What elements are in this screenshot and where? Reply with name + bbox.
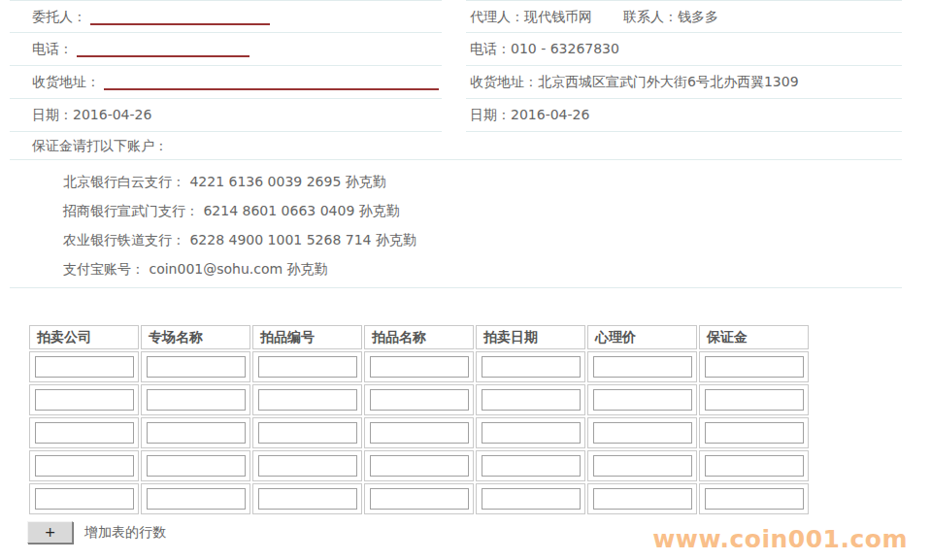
table-cell-input[interactable] <box>35 356 134 378</box>
header-auction-company: 拍卖公司 <box>29 325 139 349</box>
table-cell-input[interactable] <box>705 422 804 444</box>
table-cell <box>252 384 362 415</box>
lot-table-body <box>29 351 809 514</box>
table-cell <box>364 351 474 382</box>
header-session-name: 专场名称 <box>141 325 250 349</box>
agent-phone-cell: 电话：010 - 63267830 <box>466 33 902 66</box>
table-cell <box>141 483 250 514</box>
add-row-button[interactable]: + <box>27 521 73 544</box>
table-cell-input[interactable] <box>705 455 804 477</box>
table-cell-input[interactable] <box>593 422 692 444</box>
header-auction-date: 拍卖日期 <box>476 325 585 349</box>
table-row <box>29 450 809 481</box>
agent-address-cell: 收货地址：北京西城区宣武门外大街6号北办西翼1309 <box>466 66 902 99</box>
table-cell <box>141 417 250 448</box>
table-cell-input[interactable] <box>705 356 804 378</box>
table-cell <box>587 450 697 481</box>
table-cell <box>587 483 697 514</box>
form-header-area: 委托人： 代理人：现代钱币网联系人：钱多多 电话： 电话：010 - 63267… <box>10 0 902 288</box>
table-cell <box>699 450 809 481</box>
table-cell-input[interactable] <box>593 356 692 378</box>
consignor-phone-input[interactable] <box>77 44 249 57</box>
consignor-phone-label: 电话： <box>32 41 73 56</box>
table-cell-input[interactable] <box>370 422 469 444</box>
header-lot-name: 拍品名称 <box>364 325 474 349</box>
table-cell-input[interactable] <box>482 488 581 510</box>
table-cell-input[interactable] <box>593 488 692 510</box>
header-expected-price: 心理价 <box>587 325 697 349</box>
consignor-date-cell: 日期：2016-04-26 <box>10 99 442 132</box>
table-cell <box>252 417 362 448</box>
table-cell <box>476 450 585 481</box>
table-cell <box>587 351 697 382</box>
bank-account-line: 农业银行铁道支行： 6228 4900 1001 5268 714 孙克勤 <box>63 225 902 254</box>
table-cell <box>587 417 697 448</box>
table-cell <box>29 417 139 448</box>
form-row-date: 日期：2016-04-26 日期：2016-04-26 <box>10 99 902 132</box>
table-cell-input[interactable] <box>258 389 357 411</box>
table-cell <box>141 351 250 382</box>
table-cell-input[interactable] <box>147 488 246 510</box>
table-cell <box>364 384 474 415</box>
deposit-heading: 保证金请打以下账户： <box>10 132 902 160</box>
table-cell-input[interactable] <box>482 356 581 378</box>
consignment-form-page: 委托人： 代理人：现代钱币网联系人：钱多多 电话： 电话：010 - 63267… <box>0 0 931 560</box>
table-cell-input[interactable] <box>147 455 246 477</box>
table-cell-input[interactable] <box>370 455 469 477</box>
table-cell-input[interactable] <box>147 422 246 444</box>
table-cell <box>141 450 250 481</box>
table-cell-input[interactable] <box>370 488 469 510</box>
header-lot-number: 拍品编号 <box>252 325 362 349</box>
table-cell-input[interactable] <box>593 455 692 477</box>
add-rows-label: 增加表的行数 <box>84 524 166 542</box>
table-row <box>29 483 809 514</box>
header-deposit: 保证金 <box>699 325 809 349</box>
consignor-date-label: 日期： <box>32 107 73 122</box>
table-cell <box>699 384 809 415</box>
table-cell-input[interactable] <box>258 488 357 510</box>
table-cell <box>252 483 362 514</box>
table-cell <box>29 483 139 514</box>
table-cell-input[interactable] <box>258 455 357 477</box>
table-cell-input[interactable] <box>258 356 357 378</box>
table-cell <box>29 351 139 382</box>
consignor-address-input[interactable] <box>104 77 439 90</box>
table-row <box>29 351 809 382</box>
table-cell-input[interactable] <box>705 389 804 411</box>
table-cell <box>476 351 585 382</box>
agent-date-text: 日期：2016-04-26 <box>470 107 589 122</box>
form-row-phone: 电话： 电话：010 - 63267830 <box>10 33 902 66</box>
table-cell <box>476 384 585 415</box>
agent-date-cell: 日期：2016-04-26 <box>466 99 902 132</box>
table-cell-input[interactable] <box>147 356 246 378</box>
table-cell-input[interactable] <box>482 455 581 477</box>
table-cell-input[interactable] <box>35 422 134 444</box>
table-cell-input[interactable] <box>147 389 246 411</box>
consignor-date-value: 2016-04-26 <box>73 107 151 122</box>
table-cell-input[interactable] <box>593 389 692 411</box>
table-cell-input[interactable] <box>482 422 581 444</box>
form-row-address: 收货地址： 收货地址：北京西城区宣武门外大街6号北办西翼1309 <box>10 66 902 99</box>
table-cell <box>699 351 809 382</box>
bank-account-line: 招商银行宣武门支行： 6214 8601 0663 0409 孙克勤 <box>63 196 902 225</box>
table-cell-input[interactable] <box>482 389 581 411</box>
table-cell <box>141 384 250 415</box>
agent-label: 代理人：现代钱币网 <box>470 9 592 24</box>
table-cell-input[interactable] <box>705 488 804 510</box>
table-cell <box>699 483 809 514</box>
consignor-cell: 委托人： <box>10 0 442 33</box>
table-cell-input[interactable] <box>370 389 469 411</box>
consignor-input[interactable] <box>90 12 270 25</box>
table-cell-input[interactable] <box>35 455 134 477</box>
table-cell <box>476 483 585 514</box>
lot-table: 拍卖公司 专场名称 拍品编号 拍品名称 拍卖日期 心理价 保证金 <box>27 323 811 516</box>
table-row <box>29 417 809 448</box>
table-cell <box>252 450 362 481</box>
table-cell-input[interactable] <box>35 488 134 510</box>
table-cell-input[interactable] <box>258 422 357 444</box>
table-cell-input[interactable] <box>35 389 134 411</box>
agent-cell: 代理人：现代钱币网联系人：钱多多 <box>466 0 902 33</box>
table-cell-input[interactable] <box>370 356 469 378</box>
bank-accounts-block: 北京银行白云支行： 4221 6136 0039 2695 孙克勤 招商银行宣武… <box>10 160 902 288</box>
table-cell <box>364 483 474 514</box>
